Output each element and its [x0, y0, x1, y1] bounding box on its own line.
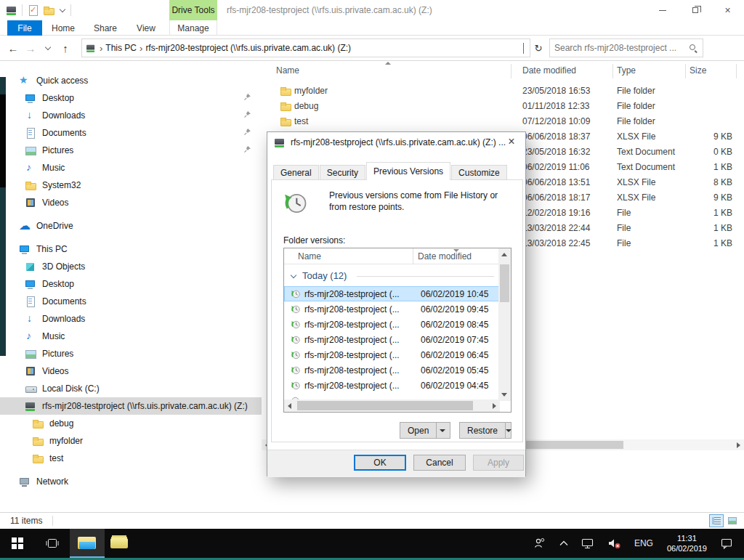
close-button[interactable] [711, 0, 744, 20]
version-row[interactable]: rfs-mjr208-testproject (... 06/02/2019 0… [284, 301, 500, 317]
versions-column-name[interactable]: Name [298, 251, 321, 261]
sidebar-item-documents[interactable]: Documents [0, 293, 262, 310]
sidebar-item-rfs-mjr208-testproject-rfs-uis-private-c[interactable]: rfs-mjr208-testproject (\\rfs.uis.privat… [0, 397, 262, 415]
minimize-button[interactable] [646, 0, 679, 20]
sidebar-item-desktop[interactable]: Desktop [0, 275, 262, 293]
sidebar-item-pictures[interactable]: Pictures [0, 345, 262, 362]
sidebar-item-myfolder[interactable]: myfolder [0, 432, 262, 450]
taskbar-clock[interactable]: 11:31 06/02/2019 [661, 533, 713, 553]
scroll-left-icon[interactable] [288, 403, 291, 409]
sidebar-item-videos[interactable]: Videos [0, 194, 262, 211]
column-separator[interactable] [612, 64, 613, 78]
large-icons-view-button[interactable] [725, 514, 740, 527]
scroll-right-icon[interactable] [493, 403, 496, 409]
version-row[interactable]: rfs-mjr208-testproject (... 06/02/2019 0… [284, 362, 500, 378]
tab-previous-versions[interactable]: Previous Versions [366, 162, 450, 180]
cancel-button[interactable]: Cancel [413, 455, 466, 471]
up-button[interactable] [57, 39, 74, 57]
scroll-right-icon[interactable] [737, 442, 740, 448]
open-button-label[interactable]: Open [400, 423, 436, 438]
recent-locations-dropdown-icon[interactable] [39, 39, 57, 57]
versions-horizontal-scrollbar[interactable] [284, 399, 500, 412]
tab-general[interactable]: General [273, 165, 319, 180]
sidebar-item-downloads[interactable]: Downloads [0, 107, 262, 124]
sidebar-item-quick-access[interactable]: Quick access [0, 72, 262, 89]
column-separator[interactable] [736, 64, 737, 78]
tab-customize[interactable]: Customize [451, 165, 507, 180]
versions-column-date-modified[interactable]: Date modified [418, 251, 472, 261]
dialog-close-button[interactable] [501, 134, 522, 150]
open-dropdown-icon[interactable] [436, 423, 448, 438]
scroll-down-icon[interactable] [501, 393, 507, 397]
column-header-name[interactable]: Name [276, 65, 299, 76]
tab-security[interactable]: Security [320, 165, 365, 180]
version-row[interactable]: rfs-mjr208-testproject (... 06/02/2019 0… [284, 378, 500, 393]
versions-vertical-scrollbar[interactable] [498, 248, 511, 401]
file-row[interactable]: myfolder 23/05/2018 16:53 File folder [262, 84, 744, 99]
sidebar-item-desktop[interactable]: Desktop [0, 89, 262, 107]
column-header-size[interactable]: Size [690, 65, 706, 76]
column-separator[interactable] [511, 64, 512, 78]
properties-check-icon[interactable] [27, 4, 39, 16]
versions-group-header[interactable]: Today (12) [284, 267, 500, 285]
start-button[interactable] [0, 529, 35, 558]
sidebar-item-3d-objects[interactable]: 3D Objects [0, 258, 262, 275]
file-explorer-taskbar-button[interactable] [70, 529, 105, 558]
tab-home[interactable]: Home [42, 20, 84, 36]
drive-tools-contextual-tab[interactable]: Drive Tools [169, 0, 217, 20]
sidebar-item-network[interactable]: Network [0, 473, 262, 490]
sidebar-item-system32[interactable]: System32 [0, 176, 262, 194]
ok-button[interactable]: OK [354, 455, 406, 471]
version-row[interactable]: rfs-mjr208-testproject (... 06/02/2019 1… [284, 286, 500, 301]
back-button[interactable] [4, 39, 22, 57]
language-indicator[interactable]: ENG [629, 529, 658, 558]
open-split-button[interactable]: Open [400, 422, 450, 439]
scrollbar-thumb[interactable] [500, 264, 509, 302]
search-icon[interactable] [688, 43, 698, 53]
sidebar-item-documents[interactable]: Documents [0, 124, 262, 142]
network-status-button[interactable] [576, 529, 599, 558]
sidebar-item-music[interactable]: Music [0, 159, 262, 176]
address-bar[interactable]: This PC rfs-mjr208-testproject (\\rfs.ui… [81, 38, 530, 57]
sidebar-item-local-disk-c[interactable]: Local Disk (C:) [0, 380, 262, 397]
sidebar-item-onedrive[interactable]: OneDrive [0, 217, 262, 235]
restore-button-label[interactable]: Restore [460, 423, 505, 438]
version-row[interactable]: rfs-mjr208-testproject (... 06/02/2019 0… [284, 347, 500, 362]
column-header-date-modified[interactable]: Date modified [522, 65, 576, 76]
action-center-button[interactable] [716, 529, 738, 558]
collapse-group-icon[interactable] [291, 272, 296, 278]
volume-muted-button[interactable] [602, 529, 626, 558]
restore-dropdown-icon[interactable] [505, 423, 512, 438]
version-row[interactable]: rfs-mjr208-testproject (... 06/02/2019 0… [284, 317, 500, 332]
tab-file[interactable]: File [7, 20, 42, 36]
forward-button[interactable] [22, 39, 39, 57]
sidebar-item-music[interactable]: Music [0, 328, 262, 345]
new-folder-icon[interactable] [43, 4, 54, 16]
restore-split-button[interactable]: Restore [459, 422, 512, 439]
tab-view[interactable]: View [126, 20, 166, 36]
tab-share[interactable]: Share [84, 20, 126, 36]
breadcrumb-this-pc[interactable]: This PC [105, 43, 137, 53]
file-row[interactable]: debug 01/11/2018 12:33 File folder [262, 99, 744, 114]
sidebar-item-downloads[interactable]: Downloads [0, 310, 262, 328]
breadcrumb-drive[interactable]: rfs-mjr208-testproject (\\rfs.uis.privat… [145, 43, 351, 53]
sidebar-item-this-pc[interactable]: This PC [0, 240, 262, 258]
apply-button[interactable]: Apply [473, 455, 524, 471]
tab-manage[interactable]: Manage [169, 20, 217, 36]
sidebar-item-test[interactable]: test [0, 450, 262, 467]
refresh-button[interactable] [530, 38, 546, 57]
sidebar-item-debug[interactable]: debug [0, 415, 262, 432]
column-header-type[interactable]: Type [617, 65, 636, 76]
scroll-up-icon[interactable] [501, 253, 507, 256]
restore-button[interactable] [679, 0, 711, 20]
column-separator[interactable] [685, 64, 686, 78]
people-button[interactable] [528, 529, 551, 558]
task-view-button[interactable] [35, 529, 70, 558]
sidebar-item-pictures[interactable]: Pictures [0, 142, 262, 159]
file-row[interactable]: test 07/12/2018 10:09 File folder [262, 114, 744, 129]
version-row[interactable]: rfs-mjr208-testproject (... 06/02/2019 0… [284, 332, 500, 347]
scrollbar-thumb[interactable] [297, 401, 473, 410]
address-dropdown-icon[interactable] [523, 43, 524, 53]
details-view-button[interactable] [709, 514, 724, 527]
customize-toolbar-dropdown-icon[interactable] [59, 9, 66, 12]
